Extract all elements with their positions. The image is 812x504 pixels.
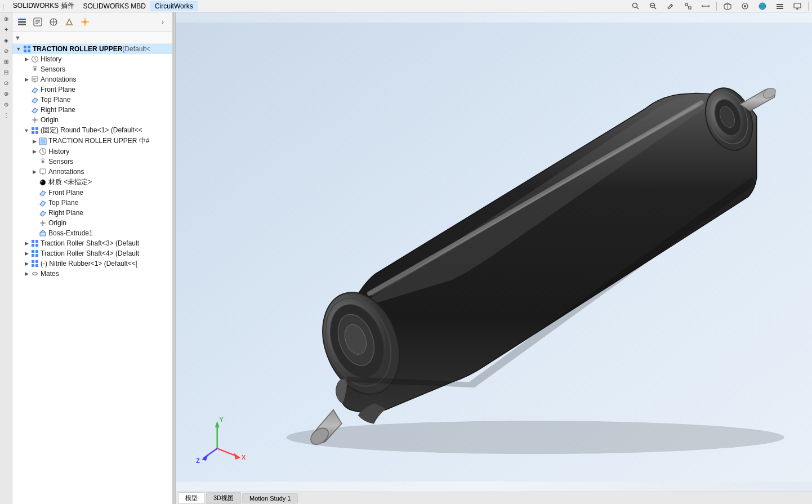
svg-rect-23: [18, 19, 26, 20]
history-1-expand[interactable]: ▶: [23, 55, 30, 63]
tree-item-front-plane-2[interactable]: Front Plane: [12, 188, 172, 198]
property-icon: [33, 17, 42, 26]
tree-item-sensors-2[interactable]: Sensors: [12, 157, 172, 167]
left-tool-5[interactable]: ⊞: [1, 56, 11, 66]
tree-item-nitrile[interactable]: ▶ (-) Nitrile Rubber<1> (Default<<[: [12, 258, 172, 269]
left-tool-6[interactable]: ⊟: [1, 67, 11, 77]
config-manager-btn[interactable]: [46, 15, 61, 29]
svg-rect-75: [35, 260, 38, 263]
tree-item-material[interactable]: 材质 <未指定>: [12, 177, 172, 188]
dim-expert-btn[interactable]: [62, 15, 77, 29]
snap-button[interactable]: [680, 0, 696, 14]
annotations-2-expand[interactable]: ▶: [30, 168, 38, 176]
svg-point-12: [744, 5, 746, 7]
sensors-1-label: Sensors: [41, 65, 65, 73]
tree-item-history-1[interactable]: ▶ History: [12, 54, 172, 64]
left-tool-2[interactable]: ✦: [1, 24, 11, 34]
history-2-label: History: [48, 148, 69, 155]
tree-root[interactable]: ▼ TRACTION ROLLER UPPER (Default<: [12, 44, 172, 54]
globe-button[interactable]: [755, 0, 770, 14]
annotations-2-label: Annotations: [48, 168, 84, 176]
tree-item-shaft-4[interactable]: ▶ Traction Roller Shaft<4> (Default: [12, 248, 172, 258]
shaft-3-expand[interactable]: ▶: [23, 239, 30, 247]
plane-icon-1: [30, 85, 39, 94]
svg-line-8: [688, 5, 689, 8]
origin-2-label: Origin: [48, 219, 66, 227]
cube-button[interactable]: [720, 0, 735, 14]
tab-3d-view[interactable]: 3D视图: [206, 492, 241, 504]
menu-solidworks-mbd[interactable]: SOLIDWORKS MBD: [79, 1, 150, 11]
measure-button[interactable]: [698, 0, 713, 14]
property-manager-btn[interactable]: [30, 15, 45, 29]
left-tool-1[interactable]: ⊕: [1, 14, 11, 24]
filter-row: ▼: [12, 32, 172, 44]
tree-item-top-plane-1[interactable]: Top Plane: [12, 95, 172, 105]
tree-item-right-plane-2[interactable]: Right Plane: [12, 208, 172, 218]
edit-button[interactable]: [663, 0, 679, 14]
annotations-1-expand[interactable]: ▶: [23, 75, 30, 83]
tree-item-front-plane-1[interactable]: Front Plane: [12, 84, 172, 95]
left-tool-8[interactable]: ⊛: [1, 88, 11, 99]
tree-item-history-2[interactable]: ▶ History: [12, 146, 172, 157]
search2-button[interactable]: [645, 0, 661, 14]
left-tool-9[interactable]: ⊜: [1, 99, 11, 109]
traction-sub-expand[interactable]: ▶: [30, 137, 38, 145]
tree-item-origin-1[interactable]: Origin: [12, 115, 172, 125]
right-plane-1-label: Right Plane: [41, 106, 75, 114]
globe-icon: [758, 2, 767, 11]
svg-point-34: [66, 24, 68, 25]
origin-icon-2: [38, 218, 47, 228]
front-plane-1-label: Front Plane: [41, 86, 75, 93]
nitrile-expand[interactable]: ▶: [23, 260, 30, 267]
tab-model[interactable]: 模型: [178, 492, 205, 504]
svg-rect-72: [32, 254, 34, 257]
left-tool-4[interactable]: ⊘: [1, 46, 11, 56]
left-tool-3[interactable]: ◈: [1, 35, 11, 45]
tab-motion-study[interactable]: Motion Study 1: [242, 493, 298, 503]
tree-item-origin-2[interactable]: Origin: [12, 218, 172, 228]
menu-solidworks-plugins[interactable]: SOLIDWORKS 插件: [8, 0, 79, 12]
3d-viewport[interactable]: Y X Z: [176, 12, 812, 492]
feature-manager-btn[interactable]: [15, 15, 29, 29]
monitor-button[interactable]: [789, 0, 805, 14]
expand-panel-btn[interactable]: ›: [155, 15, 170, 29]
tree-item-annotations-1[interactable]: ▶ Annotations: [12, 74, 172, 84]
tree-item-boss-extrude[interactable]: Boss-Extrude1: [12, 228, 172, 238]
svg-rect-65: [40, 233, 46, 236]
search-button[interactable]: [628, 0, 644, 14]
root-label: TRACTION ROLLER UPPER: [33, 45, 122, 53]
display-manager-btn[interactable]: [78, 15, 92, 29]
display-button[interactable]: [737, 0, 753, 14]
front-plane-2-label: Front Plane: [48, 189, 83, 197]
history-2-expand[interactable]: ▶: [30, 148, 38, 155]
svg-rect-20: [794, 3, 801, 8]
menu-bar: | SOLIDWORKS 插件 SOLIDWORKS MBD CircuitWo…: [0, 0, 812, 12]
tree-item-traction-sub[interactable]: ▶ TRACTION ROLLER UPPER 中#: [12, 136, 172, 146]
edit-icon: [667, 2, 675, 10]
tree-item-right-plane-1[interactable]: Right Plane: [12, 105, 172, 115]
origin-1-label: Origin: [41, 116, 59, 124]
root-suffix: (Default<: [122, 45, 150, 53]
root-expand[interactable]: ▼: [15, 45, 23, 53]
mates-expand[interactable]: ▶: [23, 270, 30, 278]
svg-rect-71: [35, 250, 38, 253]
monitor-icon: [793, 2, 801, 10]
3d-model-svg: Y X Z: [176, 12, 812, 492]
tree-item-annotations-2[interactable]: ▶ Annotations: [12, 167, 172, 177]
tree-item-mates[interactable]: ▶ Mates: [12, 269, 172, 279]
settings-button[interactable]: [772, 0, 788, 14]
dim-icon: [65, 17, 74, 26]
tree-item-top-plane-2[interactable]: Top Plane: [12, 198, 172, 208]
left-tool-10[interactable]: ⋮: [1, 110, 11, 120]
tree-item-round-tube[interactable]: ▼ (固定) Round Tube<1> (Default<<: [12, 125, 172, 136]
tree-item-shaft-3[interactable]: ▶ Traction Roller Shaft<3> (Default: [12, 238, 172, 248]
menu-circuitworks[interactable]: CircuitWorks: [150, 1, 198, 11]
shaft-4-expand[interactable]: ▶: [23, 249, 30, 257]
tree-item-sensors-1[interactable]: Sensors: [12, 64, 172, 74]
list-icon: [17, 17, 26, 26]
svg-rect-77: [35, 264, 38, 267]
round-tube-expand[interactable]: ▼: [23, 127, 30, 135]
left-tool-7[interactable]: ⊙: [1, 78, 11, 88]
boss-extrude-label: Boss-Extrude1: [48, 229, 93, 237]
svg-marker-59: [42, 173, 44, 175]
